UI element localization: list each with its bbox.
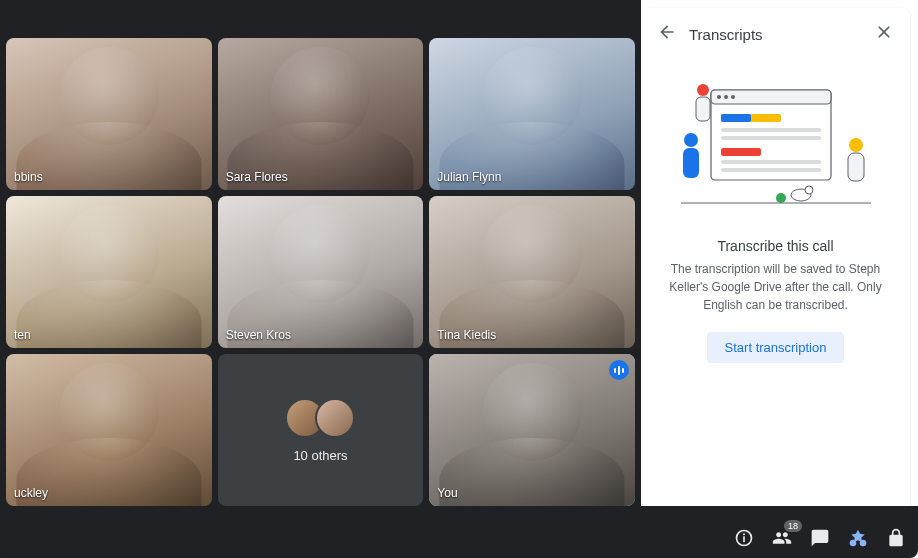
svg-point-27	[743, 533, 745, 535]
activities-button[interactable]	[846, 526, 870, 550]
svg-rect-26	[743, 536, 745, 542]
participant-tile[interactable]: Julian Flynn	[429, 38, 635, 190]
participant-tile[interactable]: Sara Flores	[218, 38, 424, 190]
participant-name: Julian Flynn	[437, 170, 501, 184]
others-avatars	[285, 398, 355, 438]
bottom-bar-full-bg: 18	[0, 506, 918, 558]
transcription-illustration	[671, 70, 881, 220]
svg-rect-10	[721, 128, 821, 132]
svg-rect-11	[721, 136, 821, 140]
participant-tile[interactable]: Steven Kros	[218, 196, 424, 348]
panel-description: The transcription will be saved to Steph…	[657, 260, 894, 314]
participant-name: bbins	[14, 170, 43, 184]
svg-point-7	[731, 95, 735, 99]
svg-point-17	[849, 138, 863, 152]
svg-point-6	[724, 95, 728, 99]
svg-point-28	[860, 540, 867, 547]
back-icon[interactable]	[657, 22, 677, 46]
meet-area: bbins Sara Flores Julian Flynn ten Steve…	[0, 0, 641, 558]
svg-point-29	[850, 540, 857, 547]
participant-name: You	[437, 486, 457, 500]
svg-rect-4	[711, 90, 831, 104]
meeting-details-button[interactable]	[732, 526, 756, 550]
svg-rect-18	[848, 153, 864, 181]
svg-point-5	[717, 95, 721, 99]
host-controls-button[interactable]	[884, 526, 908, 550]
chat-button[interactable]	[808, 526, 832, 550]
transcripts-panel: Transcripts	[641, 8, 910, 550]
participant-name: uckley	[14, 486, 48, 500]
participant-name: ten	[14, 328, 31, 342]
panel-title: Transcripts	[689, 26, 763, 43]
svg-rect-12	[721, 148, 761, 156]
participant-tile[interactable]: bbins	[6, 38, 212, 190]
participant-tile[interactable]: Tina Kiedis	[429, 196, 635, 348]
panel-heading: Transcribe this call	[657, 238, 894, 254]
svg-rect-9	[721, 114, 751, 122]
svg-rect-16	[683, 148, 699, 178]
svg-rect-20	[696, 97, 710, 121]
participant-name: Steven Kros	[226, 328, 291, 342]
self-tile[interactable]: You	[429, 354, 635, 506]
app-root: bbins Sara Flores Julian Flynn ten Steve…	[0, 0, 918, 558]
people-button[interactable]: 18	[770, 526, 794, 550]
svg-point-19	[697, 84, 709, 96]
participant-tile[interactable]: uckley	[6, 354, 212, 506]
svg-point-15	[684, 133, 698, 147]
participant-name: Sara Flores	[226, 170, 288, 184]
people-count-badge: 18	[784, 520, 802, 532]
participant-name: Tina Kiedis	[437, 328, 496, 342]
video-grid: bbins Sara Flores Julian Flynn ten Steve…	[0, 32, 641, 506]
avatar	[315, 398, 355, 438]
right-actions: 18	[732, 526, 908, 550]
panel-header: Transcripts	[657, 18, 894, 50]
svg-rect-13	[721, 160, 821, 164]
start-transcription-button[interactable]: Start transcription	[707, 332, 845, 363]
participant-tile[interactable]: ten	[6, 196, 212, 348]
others-tile[interactable]: 10 others	[218, 354, 424, 506]
svg-point-23	[776, 193, 786, 203]
speaking-icon	[609, 360, 629, 380]
others-count: 10 others	[293, 448, 347, 463]
svg-rect-14	[721, 168, 821, 172]
close-icon[interactable]	[874, 22, 894, 46]
svg-point-22	[805, 186, 813, 194]
